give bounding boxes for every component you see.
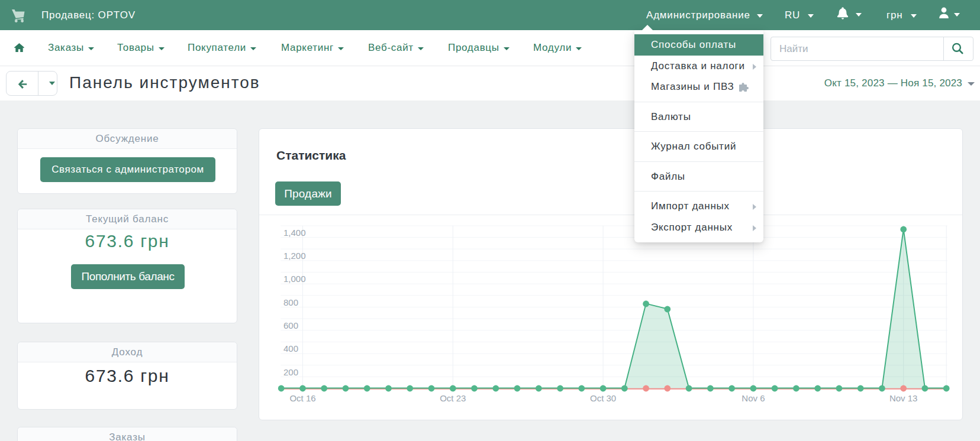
svg-text:200: 200	[283, 367, 298, 377]
svg-text:Nov 6: Nov 6	[742, 393, 765, 403]
svg-text:1,000: 1,000	[283, 274, 306, 284]
svg-text:1,200: 1,200	[283, 251, 306, 261]
svg-text:600: 600	[283, 320, 298, 330]
svg-text:Oct 30: Oct 30	[590, 393, 616, 403]
svg-text:800: 800	[283, 297, 298, 307]
svg-text:Nov 13: Nov 13	[889, 393, 918, 403]
svg-text:Oct 23: Oct 23	[440, 393, 466, 403]
svg-text:400: 400	[283, 343, 298, 354]
svg-text:Oct 16: Oct 16	[289, 393, 315, 403]
svg-text:1,400: 1,400	[283, 228, 306, 238]
